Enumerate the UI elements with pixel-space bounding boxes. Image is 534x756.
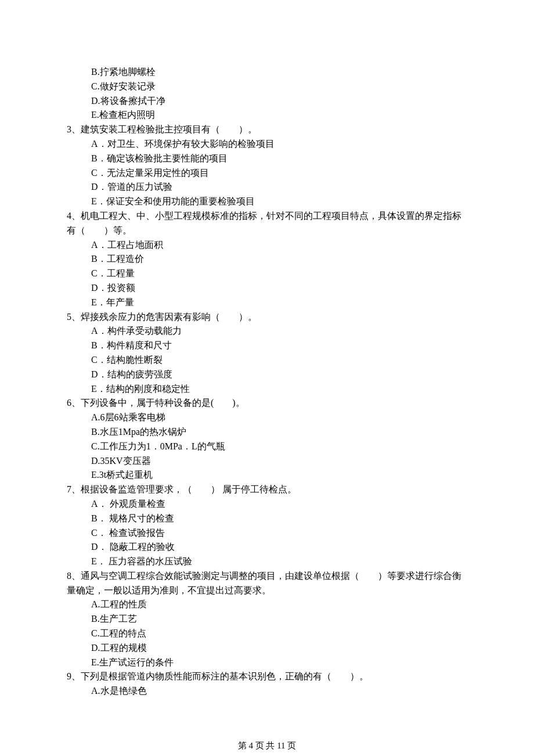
option-line: C.工程的特点 xyxy=(67,627,467,641)
option-line: B.水压1Mpa的热水锅炉 xyxy=(67,425,467,440)
option-line: D．投资额 xyxy=(67,281,467,296)
option-line: A． 外观质量检查 xyxy=(67,497,467,512)
option-line: B．构件精度和尺寸 xyxy=(67,339,467,353)
option-line: E．保证安全和使用功能的重要检验项目 xyxy=(67,195,467,209)
option-line: D.将设备擦拭干净 xyxy=(67,94,467,109)
option-line: D．结构的疲劳强度 xyxy=(67,368,467,382)
question-stem: 8、通风与空调工程综合效能试验测定与调整的项目，由建设单位根据（ ）等要求进行综… xyxy=(67,569,467,598)
option-line: A．工程占地面积 xyxy=(67,238,467,253)
option-line: B．工程造价 xyxy=(67,252,467,267)
option-line: C.工作压力为1．0MPa．L的气瓶 xyxy=(67,440,467,454)
question-stem: 3、建筑安装工程检验批主控项目有（ ）。 xyxy=(67,123,467,137)
option-line: B．确定该检验批主要性能的项目 xyxy=(67,152,467,166)
option-line: C．无法定量采用定性的项目 xyxy=(67,166,467,181)
question-stem: 5、焊接残余应力的危害因素有影响（ ）。 xyxy=(67,310,467,325)
option-line: E.检查柜内照明 xyxy=(67,108,467,123)
option-line: A．构件承受动载能力 xyxy=(67,324,467,339)
option-line: D． 隐蔽工程的验收 xyxy=(67,540,467,555)
option-line: C． 检查试验报告 xyxy=(67,526,467,541)
option-line: C．工程量 xyxy=(67,267,467,281)
option-line: E.3t桥式起重机 xyxy=(67,468,467,483)
option-line: D.工程的规模 xyxy=(67,641,467,656)
option-line: B.拧紧地脚螺栓 xyxy=(67,65,467,80)
option-line: B． 规格尺寸的检查 xyxy=(67,512,467,526)
option-line: E．结构的刚度和稳定性 xyxy=(67,382,467,397)
option-line: D.35KV变压器 xyxy=(67,454,467,469)
option-line: C.做好安装记录 xyxy=(67,80,467,94)
question-stem: 9、下列是根据管道内物质性能而标注的基本识别色，正确的有（ ）。 xyxy=(67,669,467,684)
option-line: B.生产工艺 xyxy=(67,612,467,627)
option-line: A.6层6站乘客电梯 xyxy=(67,411,467,425)
page-footer: 第 4 页 共 11 页 xyxy=(67,699,467,753)
option-line: A.工程的性质 xyxy=(67,597,467,612)
option-line: C．结构脆性断裂 xyxy=(67,353,467,368)
option-line: E． 压力容器的水压试验 xyxy=(67,555,467,569)
question-stem: 7、根据设备监造管理要求，（ ） 属于停工待检点。 xyxy=(67,483,467,497)
question-stem: 6、下列设备中，属于特种设备的是( )。 xyxy=(67,396,467,411)
option-line: E．年产量 xyxy=(67,296,467,310)
option-line: A．对卫生、环境保护有较大影响的检验项目 xyxy=(67,137,467,152)
option-line: D．管道的压力试验 xyxy=(67,180,467,195)
page-content: B.拧紧地脚螺栓 C.做好安装记录 D.将设备擦拭干净 E.检查柜内照明 3、建… xyxy=(0,0,534,756)
option-line: A.水是艳绿色 xyxy=(67,684,467,699)
option-line: E.生产试运行的条件 xyxy=(67,656,467,670)
question-stem: 4、机电工程大、中、小型工程规模标准的指标，针对不同的工程项目特点，具体设置的界… xyxy=(67,209,467,238)
